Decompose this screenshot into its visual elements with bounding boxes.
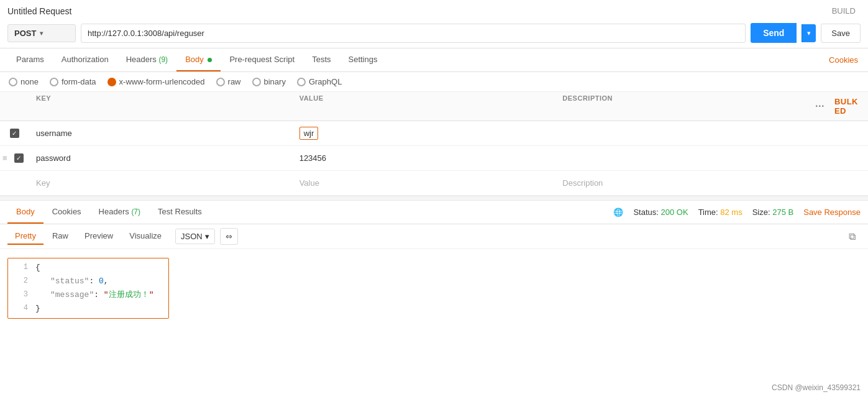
send-button[interactable]: Send bbox=[751, 23, 797, 43]
response-tab-body[interactable]: Body bbox=[7, 201, 43, 224]
placeholder-value[interactable]: Value bbox=[292, 175, 555, 191]
time-label: Time: 82 ms bbox=[698, 208, 742, 217]
method-label: POST bbox=[14, 29, 36, 38]
code-content-1: { bbox=[35, 261, 40, 275]
method-selector[interactable]: POST ▾ bbox=[7, 24, 76, 42]
row2-key-cell[interactable]: password bbox=[29, 150, 292, 167]
json-format-selector[interactable]: JSON ▾ bbox=[175, 229, 215, 244]
placeholder-check bbox=[0, 180, 29, 187]
line-num-2: 2 bbox=[13, 275, 28, 287]
radio-binary bbox=[252, 78, 261, 86]
col-check bbox=[0, 92, 29, 121]
status-label: Status: 200 OK bbox=[633, 208, 688, 217]
build-button[interactable]: BUILD bbox=[827, 4, 861, 18]
code-content-2: "status": 0, bbox=[50, 275, 109, 288]
row2-value-cell[interactable]: 123456 bbox=[292, 150, 555, 167]
size-value: 275 B bbox=[772, 208, 793, 217]
tab-body[interactable]: Body bbox=[176, 48, 221, 71]
response-meta: 🌐 Status: 200 OK Time: 82 ms Size: 275 B… bbox=[613, 203, 861, 222]
page-title: Untitled Request bbox=[7, 6, 72, 16]
drag-handle[interactable]: ≡ bbox=[0, 153, 9, 163]
radio-graphql bbox=[297, 78, 306, 86]
tab-pre-request[interactable]: Pre-request Script bbox=[221, 48, 303, 71]
method-chevron: ▾ bbox=[40, 30, 43, 37]
request-tabs: Params Authorization Headers (9) Body Pr… bbox=[0, 48, 868, 72]
bulk-edit-button[interactable]: Bulk Ed bbox=[829, 94, 863, 118]
json-chevron: ▾ bbox=[205, 232, 209, 241]
response-tab-test-results[interactable]: Test Results bbox=[149, 201, 211, 224]
tab-authorization[interactable]: Authorization bbox=[53, 48, 117, 71]
tab-tests[interactable]: Tests bbox=[303, 48, 339, 71]
save-response-button[interactable]: Save Response bbox=[803, 208, 861, 217]
placeholder-row: Key Value Description bbox=[0, 171, 868, 196]
response-tabs: Body Cookies Headers (7) Test Results 🌐 … bbox=[0, 201, 868, 224]
response-tab-headers[interactable]: Headers (7) bbox=[90, 201, 149, 224]
row2-check-cell bbox=[9, 153, 29, 163]
fmt-raw[interactable]: Raw bbox=[45, 228, 76, 245]
fmt-preview[interactable]: Preview bbox=[77, 228, 121, 245]
request-bar: POST ▾ Send ▾ Save bbox=[0, 18, 868, 48]
code-line-4: 4 } bbox=[8, 302, 168, 316]
line-num-3: 3 bbox=[13, 288, 28, 301]
send-dropdown-button[interactable]: ▾ bbox=[802, 24, 816, 42]
col-actions: ··· Bulk Ed bbox=[818, 92, 868, 121]
option-form-data[interactable]: form-data bbox=[50, 77, 96, 86]
row2-desc-cell[interactable] bbox=[555, 155, 818, 162]
line-num-1: 1 bbox=[13, 261, 28, 273]
json-label: JSON bbox=[181, 232, 203, 241]
radio-raw bbox=[216, 78, 225, 86]
status-value: 200 OK bbox=[661, 208, 688, 217]
placeholder-action bbox=[818, 180, 868, 187]
row1-checkbox[interactable] bbox=[10, 129, 19, 138]
row1-key-cell[interactable]: username bbox=[29, 125, 292, 142]
code-content-3: "message": "注册成功！" bbox=[50, 288, 153, 302]
row1-value-cell[interactable]: wjr bbox=[292, 123, 555, 144]
tab-params[interactable]: Params bbox=[7, 48, 53, 71]
size-label: Size: 275 B bbox=[752, 208, 794, 217]
option-x-www-form-urlencoded[interactable]: x-www-form-urlencoded bbox=[107, 77, 205, 86]
row1-action-cell bbox=[818, 130, 868, 137]
col-key: KEY bbox=[29, 92, 292, 121]
radio-form-data bbox=[50, 78, 58, 86]
option-none[interactable]: none bbox=[9, 77, 39, 86]
row2-checkbox[interactable] bbox=[14, 153, 24, 163]
response-code: 1 { 2 "status": 0, 3 "message": "注册成功！" … bbox=[0, 249, 868, 327]
option-graphql[interactable]: GraphQL bbox=[297, 77, 342, 86]
col-value: VALUE bbox=[292, 92, 555, 121]
time-value: 82 ms bbox=[720, 208, 742, 217]
url-input[interactable] bbox=[81, 24, 746, 43]
code-line-2: 2 "status": 0, bbox=[8, 275, 168, 288]
placeholder-desc[interactable]: Description bbox=[555, 175, 818, 191]
tab-headers[interactable]: Headers (9) bbox=[117, 48, 176, 71]
copy-button[interactable]: ⧉ bbox=[844, 229, 861, 245]
section-divider bbox=[0, 196, 868, 201]
globe-icon: 🌐 bbox=[613, 208, 623, 217]
format-row: Pretty Raw Preview Visualize JSON ▾ ⇔ ⧉ bbox=[0, 224, 868, 249]
response-tab-cookies[interactable]: Cookies bbox=[43, 201, 90, 224]
line-num-4: 4 bbox=[13, 302, 28, 314]
row2-action-cell bbox=[818, 155, 868, 162]
tab-settings[interactable]: Settings bbox=[340, 48, 386, 71]
save-button[interactable]: Save bbox=[821, 24, 861, 43]
option-raw[interactable]: raw bbox=[216, 77, 241, 86]
body-options: none form-data x-www-form-urlencoded raw… bbox=[0, 72, 868, 92]
wrap-button[interactable]: ⇔ bbox=[220, 228, 238, 245]
fmt-visualize[interactable]: Visualize bbox=[122, 228, 169, 245]
table-row: ≡ password 123456 bbox=[0, 146, 868, 171]
params-table: KEY VALUE DESCRIPTION ··· Bulk Ed userna… bbox=[0, 92, 868, 196]
radio-none bbox=[9, 78, 17, 86]
option-binary[interactable]: binary bbox=[252, 77, 286, 86]
code-content-4: } bbox=[35, 302, 40, 316]
row1-value-highlight: wjr bbox=[299, 127, 319, 140]
cookies-link[interactable]: Cookies bbox=[826, 49, 861, 71]
row1-check-cell bbox=[0, 125, 29, 142]
fmt-pretty[interactable]: Pretty bbox=[7, 228, 43, 245]
body-dot bbox=[208, 58, 212, 62]
row1-desc-cell[interactable] bbox=[555, 130, 818, 137]
radio-x-www bbox=[107, 78, 116, 86]
more-button[interactable]: ··· bbox=[810, 98, 829, 114]
table-header: KEY VALUE DESCRIPTION ··· Bulk Ed bbox=[0, 92, 868, 121]
table-row: username wjr bbox=[0, 121, 868, 146]
placeholder-key[interactable]: Key bbox=[29, 175, 292, 191]
code-line-1: 1 { bbox=[8, 261, 168, 275]
